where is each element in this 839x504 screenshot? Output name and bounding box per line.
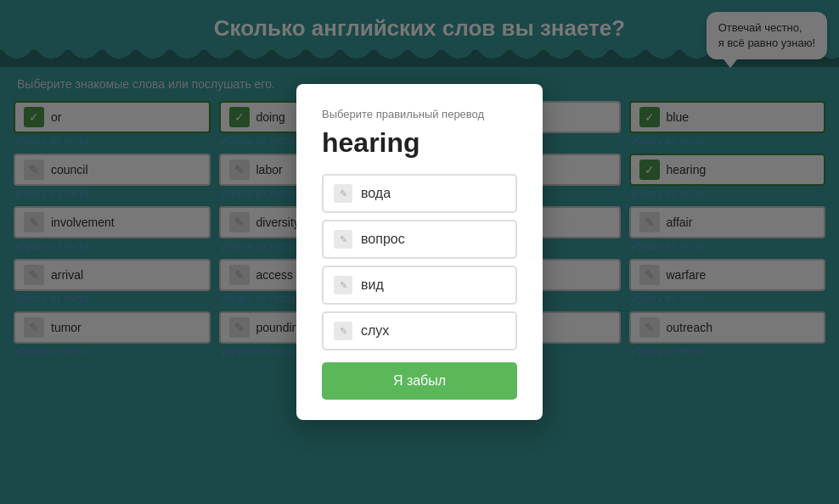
forgot-button[interactable]: Я забыл (322, 362, 517, 400)
option-icon-1: ✎ (334, 184, 352, 203)
option-text-4: слух (361, 323, 389, 339)
modal-subtitle: Выберите правильный перевод (322, 108, 517, 120)
answer-option-2[interactable]: ✎ вопрос (322, 220, 517, 259)
modal-word: hearing (322, 127, 517, 159)
answer-option-1[interactable]: ✎ вода (322, 174, 517, 213)
option-text-3: вид (361, 277, 384, 293)
answer-option-3[interactable]: ✎ вид (322, 266, 517, 305)
option-icon-2: ✎ (334, 230, 352, 249)
option-text-2: вопрос (361, 232, 405, 247)
option-text-1: вода (361, 186, 391, 201)
answer-option-4[interactable]: ✎ слух (322, 311, 517, 350)
option-icon-4: ✎ (334, 322, 352, 340)
modal-overlay: Выберите правильный перевод hearing ✎ во… (0, 0, 839, 504)
option-icon-3: ✎ (334, 276, 352, 294)
translation-modal: Выберите правильный перевод hearing ✎ во… (296, 84, 543, 420)
